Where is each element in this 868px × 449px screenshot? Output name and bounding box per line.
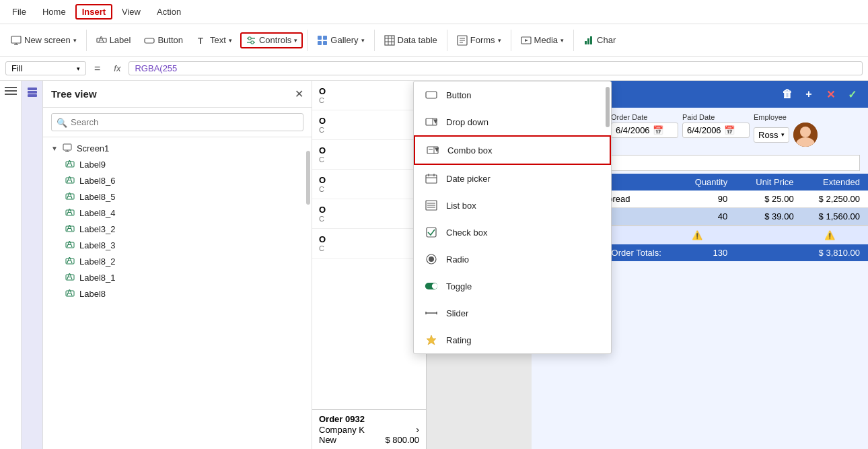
tree-item-label3-2[interactable]: A Label3_2 xyxy=(57,221,312,237)
layers-panel[interactable] xyxy=(22,81,43,449)
tree-item-label9[interactable]: A Label9 xyxy=(57,156,312,172)
ribbon-forms[interactable]: Forms ▾ xyxy=(451,32,507,48)
dropdown-listbox[interactable]: List box xyxy=(414,192,611,219)
dropdown-combobox[interactable]: ▾ Combo box xyxy=(414,135,611,165)
order-date-input[interactable]: 6/4/2006 📅 xyxy=(611,123,678,138)
left-list-item-2[interactable]: OC xyxy=(312,110,426,140)
left-list-item-3[interactable]: OC xyxy=(312,140,426,170)
dropdown-dropdown[interactable]: ▾ Drop down xyxy=(414,108,611,135)
tree-item-label8-1[interactable]: A Label8_1 xyxy=(57,269,312,285)
dropdown-slider[interactable]: Slider xyxy=(414,300,611,326)
svg-text:A: A xyxy=(67,224,73,233)
ribbon-data-table[interactable]: Data table xyxy=(379,32,443,48)
forms-btn-label: Forms xyxy=(470,35,495,45)
tree-item-label8-6[interactable]: A Label8_6 xyxy=(57,172,312,188)
ribbon-new-screen[interactable]: New screen ▾ xyxy=(5,32,82,48)
ribbon-chart[interactable]: Char xyxy=(578,32,621,48)
ribbon-gallery[interactable]: Gallery ▾ xyxy=(312,32,369,48)
dropdown-button-label: Button xyxy=(446,90,472,100)
confirm-button[interactable]: ✓ xyxy=(844,86,860,102)
tree-item-label8-4[interactable]: A Label8_4 xyxy=(57,205,312,221)
gallery-icon xyxy=(317,35,328,46)
tree-view-panel: Tree view ✕ 🔍 ▼ Screen1 A xyxy=(43,81,312,449)
text-btn-label: Text xyxy=(210,35,226,45)
left-list-item-1[interactable]: OC xyxy=(312,81,426,110)
left-list-item-5[interactable]: OC xyxy=(312,199,426,229)
search-icon: 🔍 xyxy=(57,117,67,127)
svg-point-76 xyxy=(429,256,434,262)
ribbon-label[interactable]: A Label xyxy=(91,32,137,48)
employee-row: Ross ▾ xyxy=(754,123,821,147)
svg-text:▾: ▾ xyxy=(433,117,437,126)
employee-chevron: ▾ xyxy=(781,131,785,138)
combobox-ctrl-icon: ▾ xyxy=(426,143,439,157)
ribbon-controls[interactable]: Controls ▾ xyxy=(240,32,303,48)
ribbon-text[interactable]: T Text ▾ xyxy=(191,32,238,48)
order-company: Company K xyxy=(319,425,365,435)
label-tree-icon-8: A xyxy=(65,288,75,299)
label-tree-icon-8-3: A xyxy=(65,240,75,250)
search-input[interactable] xyxy=(51,113,303,131)
tree-item-label8-5[interactable]: A Label8_5 xyxy=(57,188,312,205)
chart-btn-label: Char xyxy=(597,35,616,45)
order-amount: $ 800.00 xyxy=(385,435,419,445)
media-icon xyxy=(521,35,532,46)
table-cell-ext-2: $ 1,560.00 xyxy=(799,211,860,221)
menu-file[interactable]: File xyxy=(5,4,33,20)
ribbon-divider-4 xyxy=(447,30,447,51)
dropdown-radio[interactable]: Radio xyxy=(414,246,611,273)
paid-date-input[interactable]: 6/4/2006 📅 xyxy=(682,123,750,138)
controls-dropdown: Button ▾ Drop down ▾ Combo box xyxy=(413,81,612,354)
tree-scrollbar[interactable] xyxy=(306,151,310,205)
tree-close-button[interactable]: ✕ xyxy=(295,88,303,100)
layers-icon xyxy=(26,86,38,98)
cancel-button[interactable]: ✕ xyxy=(822,86,838,102)
dropdown-rating-label: Rating xyxy=(446,335,472,345)
toggle-ctrl-icon xyxy=(425,279,438,293)
table-cell-qty-1: 90 xyxy=(667,194,727,204)
menu-view[interactable]: View xyxy=(115,4,147,20)
svg-text:A: A xyxy=(67,160,73,168)
order-status: New xyxy=(319,435,336,445)
dropdown-scrollbar[interactable] xyxy=(606,87,610,127)
tree-item-label8-2[interactable]: A Label8_2 xyxy=(57,253,312,269)
tree-item-label8-2-text: Label8_2 xyxy=(79,256,116,267)
tree-item-label8[interactable]: A Label8 xyxy=(57,285,312,302)
dropdown-toggle[interactable]: Toggle xyxy=(414,273,611,300)
ribbon-button[interactable]: Button xyxy=(139,32,188,48)
employee-dropdown[interactable]: Ross ▾ xyxy=(754,127,789,143)
new-screen-label: New screen xyxy=(24,35,71,45)
dropdown-datepicker[interactable]: Date picker xyxy=(414,165,611,192)
new-screen-chevron: ▾ xyxy=(73,37,77,44)
menu-insert[interactable]: Insert xyxy=(75,4,112,20)
dropdown-checkbox[interactable]: Check box xyxy=(414,219,611,246)
formula-selector[interactable]: Fill ▾ xyxy=(5,61,86,75)
add-button[interactable]: + xyxy=(801,86,817,102)
order-nav-arrow[interactable]: › xyxy=(416,424,419,435)
rating-ctrl-icon xyxy=(425,333,438,347)
menu-action[interactable]: Action xyxy=(150,4,188,20)
svg-rect-13 xyxy=(318,41,322,45)
formula-value[interactable]: RGBA(255 xyxy=(129,61,863,75)
listbox-ctrl-icon xyxy=(425,199,438,212)
svg-point-78 xyxy=(432,283,437,289)
delete-button[interactable]: 🗑 xyxy=(779,86,795,102)
dropdown-checkbox-label: Check box xyxy=(446,228,487,238)
button-ctrl-icon xyxy=(425,88,438,102)
dropdown-rating[interactable]: Rating xyxy=(414,326,611,353)
left-list-item-4[interactable]: OC xyxy=(312,170,426,199)
field-employee: Employee Ross ▾ xyxy=(754,113,821,147)
calendar-icon: 📅 xyxy=(653,125,663,135)
tree-item-screen1[interactable]: ▼ Screen1 xyxy=(43,140,312,156)
sidebar-toggle[interactable] xyxy=(0,81,22,449)
tree-item-label8-3[interactable]: A Label8_3 xyxy=(57,237,312,253)
left-list-item-6[interactable]: OC xyxy=(312,229,426,258)
ribbon-media[interactable]: Media ▾ xyxy=(515,32,569,48)
text-chevron: ▾ xyxy=(229,37,232,44)
controls-btn-label: Controls xyxy=(259,35,291,45)
media-btn-label: Media xyxy=(534,35,558,45)
dropdown-button[interactable]: Button xyxy=(414,81,611,108)
chevron-down-icon: ▼ xyxy=(51,145,58,152)
menu-home[interactable]: Home xyxy=(36,4,73,20)
warning-icon-2: ⚠️ xyxy=(799,230,860,240)
